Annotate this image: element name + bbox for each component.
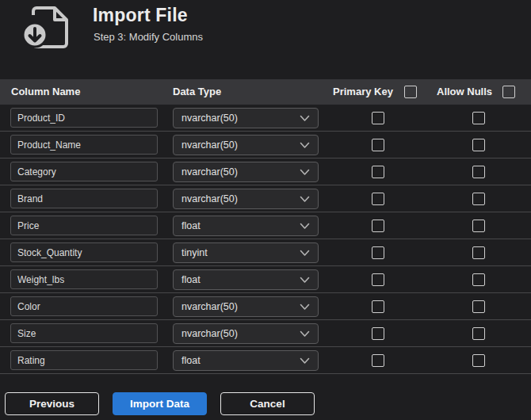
column-name-input[interactable]	[10, 189, 158, 208]
import-data-button[interactable]: Import Data	[113, 392, 207, 415]
page-subtitle: Step 3: Modify Columns	[94, 31, 203, 43]
primary-key-header: Primary Key	[333, 79, 393, 105]
allow-nulls-checkbox[interactable]	[472, 112, 485, 124]
primary-key-checkbox[interactable]	[372, 246, 384, 259]
chevron-down-icon	[300, 357, 310, 365]
column-name-input[interactable]	[10, 323, 158, 343]
chevron-down-icon	[300, 115, 310, 122]
primary-key-checkbox[interactable]	[372, 354, 384, 367]
cancel-button[interactable]: Cancel	[220, 392, 315, 415]
primary-key-select-all-checkbox[interactable]	[404, 86, 417, 98]
chevron-down-icon	[300, 330, 310, 338]
chevron-down-icon	[300, 196, 310, 203]
table-row: float	[0, 266, 531, 293]
dialog-header: Import File Step 3: Modify Columns	[0, 0, 531, 79]
data-type-select[interactable]: float	[173, 350, 319, 371]
column-name-input[interactable]	[10, 216, 158, 235]
table-row: nvarchar(50)	[0, 293, 531, 320]
allow-nulls-checkbox[interactable]	[472, 139, 485, 151]
table-row: float	[0, 212, 531, 239]
column-name-header: Column Name	[11, 79, 80, 105]
allow-nulls-header: Allow Nulls	[437, 79, 492, 105]
chevron-down-icon	[300, 304, 310, 311]
table-row: tinyint	[0, 239, 531, 266]
table-row: nvarchar(50)	[0, 105, 531, 132]
column-name-input[interactable]	[10, 350, 158, 370]
previous-button[interactable]: Previous	[5, 392, 99, 415]
column-rows: nvarchar(50) nvarchar(50) nvar	[0, 105, 531, 374]
allow-nulls-checkbox[interactable]	[472, 193, 485, 205]
primary-key-checkbox[interactable]	[372, 166, 384, 178]
table-row: nvarchar(50)	[0, 320, 531, 347]
data-type-select[interactable]: float	[173, 216, 319, 236]
primary-key-checkbox[interactable]	[372, 327, 384, 340]
data-type-select[interactable]: nvarchar(50)	[173, 296, 319, 317]
allow-nulls-select-all-checkbox[interactable]	[502, 86, 515, 98]
data-type-value: nvarchar(50)	[174, 301, 238, 312]
table-row: float	[0, 347, 531, 374]
allow-nulls-checkbox[interactable]	[472, 166, 485, 178]
allow-nulls-checkbox[interactable]	[472, 354, 485, 367]
column-name-input[interactable]	[10, 108, 158, 128]
data-type-value: float	[174, 274, 201, 285]
chevron-down-icon	[300, 277, 310, 284]
column-name-input[interactable]	[10, 162, 158, 181]
data-type-select[interactable]: tinyint	[173, 242, 319, 263]
primary-key-checkbox[interactable]	[372, 273, 384, 286]
data-type-value: tinyint	[174, 247, 208, 258]
primary-key-checkbox[interactable]	[372, 193, 384, 205]
data-type-value: nvarchar(50)	[174, 113, 238, 124]
data-type-select[interactable]: nvarchar(50)	[173, 108, 319, 128]
chevron-down-icon	[300, 250, 310, 257]
column-name-input[interactable]	[10, 269, 158, 289]
data-type-select[interactable]: nvarchar(50)	[173, 135, 319, 155]
data-type-header: Data Type	[173, 79, 221, 105]
page-title: Import File	[93, 5, 188, 26]
data-type-select[interactable]: nvarchar(50)	[173, 162, 319, 182]
chevron-down-icon	[300, 142, 310, 149]
primary-key-checkbox[interactable]	[372, 300, 384, 313]
allow-nulls-checkbox[interactable]	[472, 327, 485, 340]
data-type-value: nvarchar(50)	[174, 166, 238, 178]
data-type-value: float	[174, 220, 201, 231]
table-header: Column Name Data Type Primary Key Allow …	[0, 79, 531, 105]
allow-nulls-checkbox[interactable]	[472, 220, 485, 232]
table-row: nvarchar(50)	[0, 158, 531, 185]
primary-key-checkbox[interactable]	[372, 112, 384, 124]
data-type-select[interactable]: nvarchar(50)	[173, 323, 319, 344]
import-file-icon	[21, 3, 73, 52]
allow-nulls-checkbox[interactable]	[472, 300, 485, 313]
dialog-footer: Previous Import Data Cancel	[0, 392, 531, 416]
column-name-input[interactable]	[10, 135, 158, 155]
column-name-input[interactable]	[10, 296, 158, 316]
data-type-value: nvarchar(50)	[174, 328, 238, 339]
chevron-down-icon	[300, 223, 310, 230]
column-name-input[interactable]	[10, 242, 158, 262]
import-file-dialog: Import File Step 3: Modify Columns Colum…	[0, 0, 531, 420]
data-type-value: float	[174, 355, 201, 366]
table-row: nvarchar(50)	[0, 132, 531, 158]
data-type-select[interactable]: nvarchar(50)	[173, 189, 319, 209]
chevron-down-icon	[300, 169, 310, 176]
primary-key-checkbox[interactable]	[372, 220, 384, 232]
allow-nulls-checkbox[interactable]	[472, 273, 485, 286]
table-row: nvarchar(50)	[0, 185, 531, 212]
data-type-select[interactable]: float	[173, 269, 319, 290]
data-type-value: nvarchar(50)	[174, 193, 238, 204]
allow-nulls-checkbox[interactable]	[472, 246, 485, 259]
primary-key-checkbox[interactable]	[372, 139, 384, 151]
data-type-value: nvarchar(50)	[174, 139, 238, 151]
